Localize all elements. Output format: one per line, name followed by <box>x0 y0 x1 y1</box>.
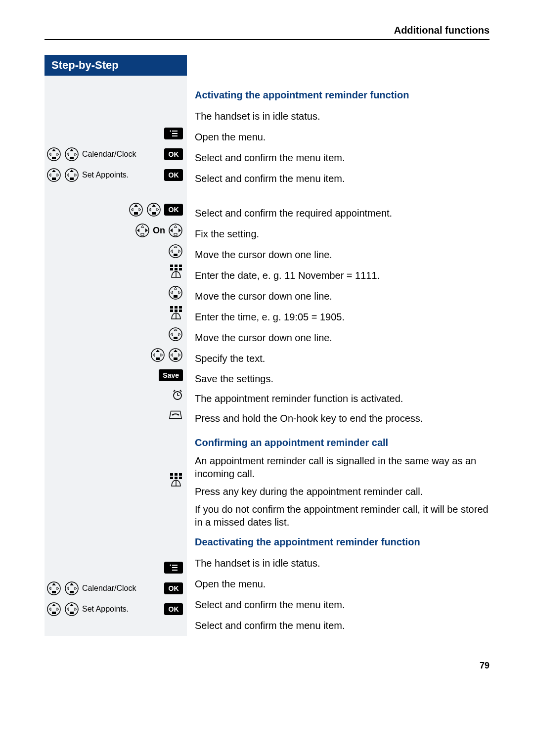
svg-rect-8 <box>52 178 56 180</box>
nav-updown-icon <box>129 202 143 217</box>
step-text: Select and confirm the menu item. <box>195 615 490 636</box>
svg-rect-38 <box>174 337 178 339</box>
svg-rect-59 <box>52 591 56 593</box>
svg-rect-14 <box>152 212 156 215</box>
ok-button: OK <box>164 582 183 594</box>
svg-line-46 <box>174 390 175 392</box>
svg-rect-29 <box>174 295 178 298</box>
svg-rect-49 <box>175 473 178 476</box>
page-header: Additional functions <box>44 25 490 40</box>
nav-updown-icon <box>64 602 79 617</box>
step-text: The appointment reminder function is act… <box>195 389 490 408</box>
step-text: If you do not confirm the appointment re… <box>195 502 490 530</box>
ok-button: OK <box>164 169 183 181</box>
keypad-icon <box>169 473 183 488</box>
svg-rect-65 <box>70 612 74 614</box>
svg-rect-50 <box>179 473 182 476</box>
nav-leftright-icon <box>168 223 183 238</box>
step-text: Move the cursor down one line. <box>195 327 490 348</box>
menu-label-calendar: Calendar/Clock <box>82 584 136 593</box>
nav-updown-icon <box>64 581 79 596</box>
step-text: Select and confirm the menu item. <box>195 147 490 168</box>
svg-rect-51 <box>170 477 173 479</box>
step-text: Open the menu. <box>195 574 490 594</box>
svg-rect-35 <box>179 310 182 312</box>
nav-updown-icon <box>46 581 61 596</box>
nav-updown-icon <box>150 348 165 362</box>
onhook-key-icon <box>168 409 183 421</box>
nav-updown-icon <box>46 168 61 182</box>
svg-rect-63 <box>52 612 56 614</box>
step-text: The handset is in idle status. <box>195 553 490 574</box>
svg-rect-16 <box>141 233 144 235</box>
menu-label-setappoints: Set Appoints. <box>82 605 129 614</box>
page-number: 79 <box>44 661 490 671</box>
svg-line-47 <box>180 390 181 392</box>
svg-rect-26 <box>179 268 182 270</box>
step-text: Select and confirm the menu item. <box>195 168 490 189</box>
svg-rect-25 <box>175 268 178 270</box>
section-heading-deactivate: Deactivating the appointment reminder fu… <box>195 536 490 548</box>
save-button: Save <box>159 369 183 381</box>
on-label: On <box>153 225 165 236</box>
svg-rect-6 <box>70 157 74 159</box>
svg-rect-22 <box>175 265 178 267</box>
svg-rect-21 <box>170 265 173 267</box>
nav-updown-icon <box>46 602 61 617</box>
nav-down-icon <box>168 244 183 259</box>
content-layout: Calendar/Clock OK Set Appoints. OK OK On <box>44 76 490 636</box>
ok-button: OK <box>164 204 183 216</box>
svg-rect-12 <box>134 212 138 215</box>
alarm-icon <box>172 390 183 400</box>
right-text-column: Activating the appointment reminder func… <box>187 76 490 636</box>
step-text: Press any key during the appointment rem… <box>195 481 490 502</box>
step-text: The handset is in idle status. <box>195 106 490 127</box>
nav-updown-icon <box>64 168 79 182</box>
section-heading-confirm: Confirming an appointment reminder call <box>195 437 490 448</box>
step-text: Press and hold the On-hook key to end th… <box>195 408 490 428</box>
step-text: Fix the setting. <box>195 223 490 244</box>
step-by-step-bar: Step-by-Step <box>44 55 187 76</box>
keypad-icon <box>169 265 183 279</box>
menu-icon <box>164 128 183 139</box>
step-text: An appointment reminder call is signalle… <box>195 453 490 481</box>
step-text: Enter the date, e. g. 11 November = 1111… <box>195 265 490 286</box>
left-icon-column: Calendar/Clock OK Set Appoints. OK OK On <box>44 76 187 636</box>
svg-rect-53 <box>179 477 182 479</box>
svg-rect-42 <box>174 357 178 360</box>
step-text: Open the menu. <box>195 127 490 147</box>
svg-rect-30 <box>170 306 173 309</box>
keypad-icon <box>169 306 183 321</box>
nav-leftright-icon <box>135 223 150 238</box>
svg-rect-23 <box>179 265 182 267</box>
nav-down-icon <box>168 327 183 342</box>
step-text: Specify the text. <box>195 348 490 369</box>
section-heading-activate: Activating the appointment reminder func… <box>195 89 490 101</box>
menu-icon <box>164 562 183 574</box>
svg-rect-4 <box>52 157 56 159</box>
svg-rect-48 <box>170 473 173 476</box>
step-text: Select and confirm the menu item. <box>195 594 490 615</box>
header-title: Additional functions <box>394 25 490 36</box>
step-text: Select and confirm the required appointm… <box>195 203 490 223</box>
svg-rect-40 <box>156 357 160 360</box>
step-text: Enter the time, e. g. 19:05 = 1905. <box>195 307 490 327</box>
menu-label-calendar: Calendar/Clock <box>82 150 136 159</box>
menu-label-setappoints: Set Appoints. <box>82 171 129 179</box>
nav-updown-icon <box>64 147 79 162</box>
svg-rect-20 <box>174 254 178 256</box>
nav-updown-icon <box>168 348 183 362</box>
svg-rect-10 <box>70 178 74 180</box>
svg-rect-61 <box>70 591 74 593</box>
svg-rect-52 <box>175 477 178 479</box>
svg-rect-34 <box>175 310 178 312</box>
nav-updown-icon <box>146 202 161 217</box>
ok-button: OK <box>164 148 183 160</box>
step-text: Save the settings. <box>195 369 490 389</box>
nav-updown-icon <box>46 147 61 162</box>
svg-rect-31 <box>175 306 178 309</box>
step-text: Move the cursor down one line. <box>195 286 490 307</box>
step-text: Move the cursor down one line. <box>195 244 490 265</box>
ok-button: OK <box>164 603 183 615</box>
svg-rect-32 <box>179 306 182 309</box>
